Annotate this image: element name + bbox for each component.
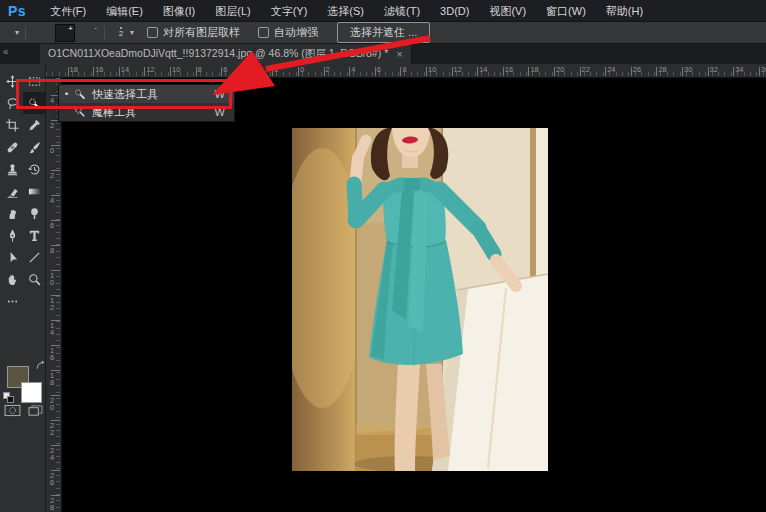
ruler-tick [554,67,555,76]
ruler-label: 36 [761,65,766,74]
menu-item-7[interactable]: 滤镜(T) [374,0,430,22]
ruler-label: 16 [95,65,103,74]
brush-size-picker[interactable]: 2 ▾ [115,27,134,38]
default-colors-icon[interactable] [3,392,15,404]
close-tab-icon[interactable]: × [396,48,402,60]
menu-item-4[interactable]: 图层(L) [205,0,260,22]
collapse-panels-icon[interactable]: « [3,46,9,57]
ruler-label: 16 [505,65,513,74]
line-tool[interactable] [23,246,45,268]
ruler-tick [580,67,581,76]
ruler-label: 20 [556,65,564,74]
flyout-item-quick-selection-tool[interactable]: •快速选择工具W [59,85,234,103]
quick-selection-icon [74,88,92,100]
mode-badge: + [68,24,73,33]
tool-flyout-menu: •快速选择工具W魔棒工具W [58,84,235,122]
menu-item-6[interactable]: 选择(S) [317,0,374,22]
ruler-label: 26 [633,65,641,74]
menu-item-1[interactable]: 文件(F) [40,0,96,22]
ruler-tick [324,67,325,76]
ruler-label: 28 [658,65,666,74]
menu-item-9[interactable]: 视图(V) [479,0,536,22]
select-and-mask-button[interactable]: 选择并遮住 ... [337,22,430,43]
menu-item-2[interactable]: 编辑(E) [96,0,153,22]
ruler-label: 28 [48,497,56,511]
document-tab-bar: « O1CN011XOeaDmoDJiVqtt_!!91372914.jpg @… [0,44,766,64]
screen-mode-icon[interactable] [28,404,43,417]
vertical-ruler: 420246810121416182022242628 [46,78,62,512]
current-tool-marker: • [65,89,74,99]
ruler-label: 10 [48,272,56,286]
dodge-tool[interactable] [23,202,45,224]
options-checkboxes: 对所有图层取样自动增强 [138,25,327,40]
subtract-from-selection-button[interactable]: - [78,24,98,42]
ruler-tick [119,67,120,76]
brush-size-value: 2 [119,30,123,38]
horizontal-ruler: 1816141210864202468101214161820222426283… [46,64,766,78]
menu-item-3[interactable]: 图像(I) [153,0,205,22]
ruler-label: 22 [582,65,590,74]
ruler-label: 10 [172,65,180,74]
move-tool[interactable] [1,70,23,92]
ruler-tick [477,67,478,76]
zoom-tool[interactable] [23,268,45,290]
menu-item-10[interactable]: 窗口(W) [536,0,596,22]
menu-item-5[interactable]: 文字(Y) [261,0,318,22]
auto-enhance-checkbox[interactable]: 自动增强 [258,25,318,40]
swap-colors-icon[interactable] [35,360,46,371]
background-color-swatch[interactable] [21,382,42,403]
ruler-tick [349,67,350,76]
menu-item-8[interactable]: 3D(D) [430,0,479,22]
pen-tool[interactable] [1,224,23,246]
tools-panel [0,64,46,512]
brush-tool[interactable] [23,136,45,158]
spot-healing-brush-tool[interactable] [1,136,23,158]
quick-mask-mode-icon[interactable] [4,404,21,417]
eyedropper-tool[interactable] [23,114,45,136]
selection-mode-buttons: +- [32,24,98,42]
ruler-label: 8 [198,65,202,74]
checkbox-box[interactable] [147,27,158,38]
ruler-tick [400,67,401,76]
tool-preset-picker[interactable]: ▾ [12,28,19,37]
history-brush-tool[interactable] [23,158,45,180]
checkbox-box[interactable] [258,27,269,38]
lasso-tool[interactable] [1,92,23,114]
photoshop-window: Ps 文件(F)编辑(E)图像(I)图层(L)文字(Y)选择(S)滤镜(T)3D… [0,0,766,512]
tools-grid [0,64,45,312]
document-tab[interactable]: O1CN011XOeaDmoDJiVqtt_!!91372914.jpg @ 4… [40,44,412,64]
smudge-tool[interactable] [1,202,23,224]
quick-selection-tool[interactable] [23,92,45,114]
gradient-tool[interactable] [23,180,45,202]
rectangular-marquee-tool[interactable] [23,70,45,92]
checkbox-label: 自动增强 [274,25,318,40]
ruler-tick [375,67,376,76]
ruler-label: 4 [351,65,355,74]
path-selection-tool[interactable] [1,246,23,268]
divider [104,26,105,40]
flyout-item-shortcut: W [215,88,225,100]
type-tool[interactable] [23,224,45,246]
ruler-label: 4 [48,197,56,204]
crop-tool[interactable] [1,114,23,136]
menu-item-11[interactable]: 帮助(H) [596,0,653,22]
color-swatches [6,362,44,404]
mode-badge: - [94,23,97,32]
ps-logo: Ps [8,3,26,19]
menu-bar: Ps 文件(F)编辑(E)图像(I)图层(L)文字(Y)选择(S)滤镜(T)3D… [0,0,766,22]
eraser-tool[interactable] [1,180,23,202]
ruler-label: 12 [146,65,154,74]
ruler-label: 24 [607,65,615,74]
new-selection-button[interactable] [32,24,52,42]
hand-tool[interactable] [1,268,23,290]
clone-stamp-tool[interactable] [1,158,23,180]
flyout-item-magic-wand-tool[interactable]: 魔棒工具W [59,103,234,121]
edit-toolbar[interactable] [1,290,23,312]
canvas-photo [292,128,548,471]
add-to-selection-button[interactable]: + [55,24,75,42]
ruler-label: 18 [48,372,56,386]
ruler-label: 4 [48,97,56,104]
ruler-label: 0 [48,147,56,154]
sample-all-layers-checkbox[interactable]: 对所有图层取样 [147,25,240,40]
ruler-label: 10 [428,65,436,74]
